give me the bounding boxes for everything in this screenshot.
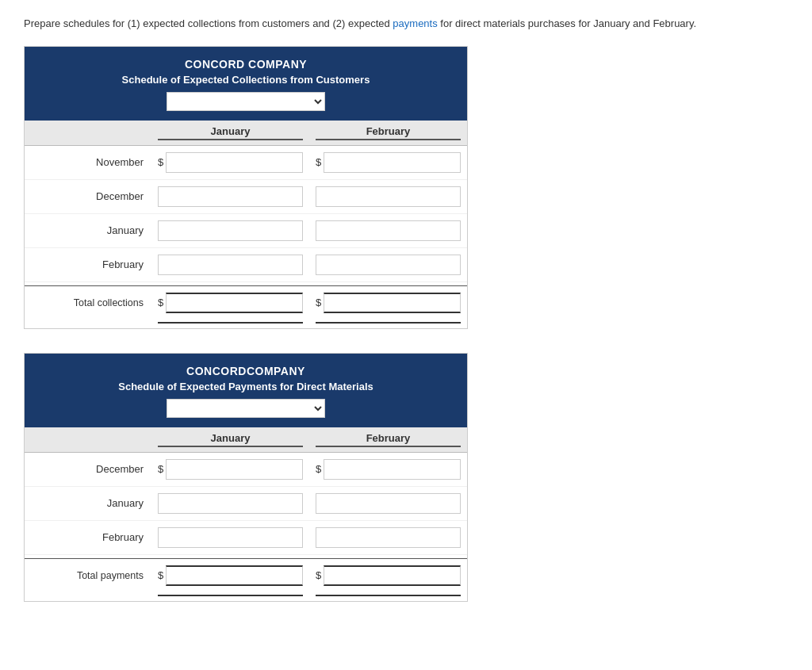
p-feb-feb-group (316, 527, 461, 548)
p-underline-jan (158, 594, 303, 596)
payments-company-name: CONCORDCOMPANY (33, 365, 459, 377)
intro-blue-word: payments (393, 17, 437, 29)
total-feb-input[interactable] (324, 293, 461, 313)
payments-schedule-title: Schedule of Expected Payments for Direct… (33, 381, 459, 392)
payments-underline-row (25, 592, 467, 601)
payments-col-jan: January (158, 432, 303, 447)
total-feb-dollar: $ (316, 297, 321, 308)
total-jan-group: $ (158, 293, 303, 313)
p-total-feb-dollar: $ (316, 569, 321, 581)
p-total-feb-group: $ (316, 565, 461, 586)
p-dec-jan-group: $ (158, 459, 303, 480)
payments-body: January February December $ $ January (25, 427, 467, 601)
collections-row-february: February (25, 248, 467, 282)
feb-jan-input[interactable] (158, 255, 303, 275)
nov-feb-input[interactable] (324, 152, 461, 173)
collections-header: CONCORD COMPANY Schedule of Expected Col… (25, 47, 467, 121)
underline-spacer (25, 321, 151, 324)
jan-feb-group (316, 220, 461, 241)
label-november: November (25, 156, 151, 168)
total-jan-dollar: $ (158, 297, 163, 308)
collections-company-name: CONCORD COMPANY (33, 58, 459, 71)
dec-jan-input[interactable] (158, 186, 303, 207)
payments-header: CONCORDCOMPANY Schedule of Expected Paym… (25, 354, 467, 427)
payments-row-december: December $ $ (25, 453, 467, 487)
p-dec-jan-dollar: $ (158, 463, 163, 475)
collections-schedule-title: Schedule of Expected Collections from Cu… (33, 74, 459, 86)
p-feb-jan-input[interactable] (158, 527, 303, 548)
collections-row-january: January (25, 214, 467, 248)
label-february: February (25, 258, 151, 270)
collections-col-feb: February (316, 125, 461, 140)
feb-jan-group (158, 255, 303, 275)
payments-col-headers: January February (25, 427, 467, 453)
collections-table: CONCORD COMPANY Schedule of Expected Col… (24, 46, 468, 329)
jan-feb-input[interactable] (316, 220, 461, 241)
collections-dropdown[interactable] (167, 92, 325, 111)
jan-jan-group (158, 220, 303, 241)
nov-feb-group: $ (316, 152, 461, 173)
payments-col-feb: February (316, 432, 461, 447)
collections-underline-row (25, 320, 467, 328)
total-feb-group: $ (316, 293, 461, 313)
p-feb-feb-input[interactable] (316, 527, 461, 548)
p-jan-jan-group (158, 493, 303, 514)
total-payments-label: Total payments (25, 570, 151, 581)
p-total-jan-group: $ (158, 565, 303, 586)
p-total-jan-dollar: $ (158, 569, 163, 581)
p-jan-feb-group (316, 493, 461, 514)
p-jan-feb-input[interactable] (316, 493, 461, 514)
label-december: December (25, 190, 151, 202)
collections-col-headers: January February (25, 121, 467, 146)
p-feb-jan-group (158, 527, 303, 548)
p-total-feb-input[interactable] (324, 565, 461, 586)
dec-jan-group (158, 186, 303, 207)
collections-total-row: Total collections $ $ (25, 285, 467, 320)
dec-feb-group (316, 186, 461, 207)
p-total-jan-input[interactable] (166, 565, 303, 586)
collections-body: January February November $ $ December (25, 121, 467, 328)
payments-table: CONCORDCOMPANY Schedule of Expected Paym… (24, 353, 468, 602)
collections-col-jan: January (158, 125, 303, 140)
nov-jan-group: $ (158, 152, 303, 173)
payments-row-february: February (25, 521, 467, 555)
payments-dropdown[interactable] (167, 399, 325, 418)
payments-total-row: Total payments $ $ (25, 558, 467, 592)
intro-text-before: Prepare schedules for (1) expected colle… (24, 17, 393, 29)
jan-jan-input[interactable] (158, 220, 303, 241)
p-dec-feb-input[interactable] (324, 459, 461, 480)
payments-row-january: January (25, 487, 467, 521)
p-underline-feb (316, 594, 461, 596)
p-jan-jan-input[interactable] (158, 493, 303, 514)
nov-jan-dollar: $ (158, 156, 163, 168)
feb-feb-group (316, 255, 461, 275)
underline-jan (158, 321, 303, 324)
feb-feb-input[interactable] (316, 255, 461, 275)
total-collections-label: Total collections (25, 297, 151, 308)
p-label-february: February (25, 531, 151, 543)
dec-feb-input[interactable] (316, 186, 461, 207)
p-dec-feb-dollar: $ (316, 463, 321, 475)
p-label-january: January (25, 497, 151, 509)
underline-feb (316, 321, 461, 324)
collections-row-december: December (25, 180, 467, 214)
collections-dropdown-row (33, 92, 459, 111)
p-label-december: December (25, 463, 151, 475)
total-jan-input[interactable] (166, 293, 303, 313)
intro-paragraph: Prepare schedules for (1) expected colle… (24, 16, 788, 32)
nov-jan-input[interactable] (166, 152, 303, 173)
collections-row-november: November $ $ (25, 146, 467, 180)
p-dec-jan-input[interactable] (166, 459, 303, 480)
col-spacer-2 (25, 432, 151, 447)
p-underline-spacer (25, 594, 151, 596)
payments-dropdown-row (33, 399, 459, 418)
label-january: January (25, 224, 151, 236)
col-spacer (25, 125, 151, 140)
intro-text-after: for direct materials purchases for Janua… (438, 17, 696, 29)
nov-feb-dollar: $ (316, 156, 321, 168)
p-dec-feb-group: $ (316, 459, 461, 480)
